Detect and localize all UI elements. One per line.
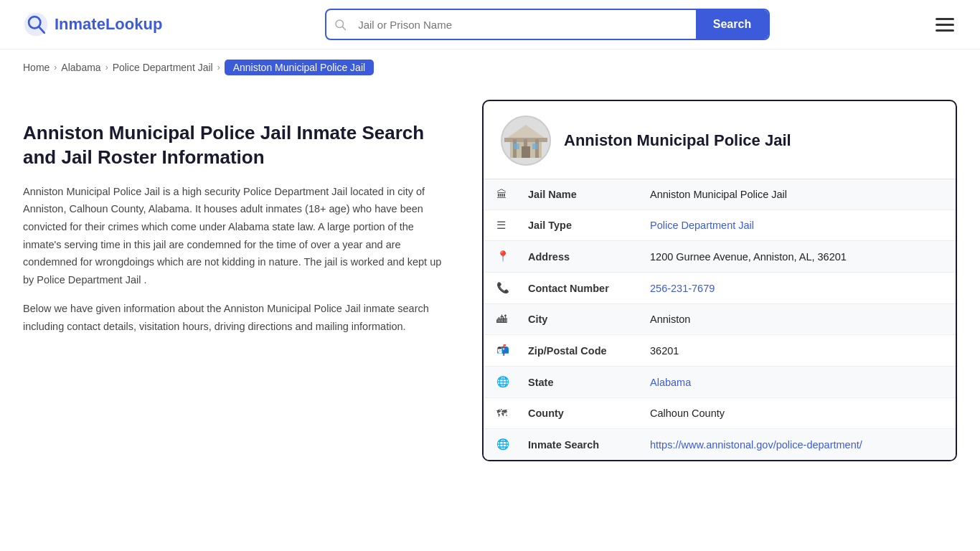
row-value[interactable]: https://www.annistonal.gov/police-depart… (637, 429, 956, 461)
logo-link[interactable]: InmateLookup (23, 11, 162, 37)
description-paragraph-1: Anniston Municipal Police Jail is a high… (23, 183, 453, 289)
search-area: Search (325, 9, 770, 40)
svg-line-4 (343, 27, 346, 29)
row-label: Contact Number (515, 273, 637, 304)
page-title: Anniston Municipal Police Jail Inmate Se… (23, 121, 453, 170)
row-value: 36201 (637, 335, 956, 367)
row-label: Inmate Search (515, 429, 637, 461)
row-value: 1200 Gurnee Avenue, Anniston, AL, 36201 (637, 241, 956, 273)
svg-rect-13 (532, 143, 538, 149)
row-icon: 📬 (484, 335, 515, 367)
svg-rect-12 (514, 143, 519, 149)
row-value: Anniston Municipal Police Jail (637, 179, 956, 210)
row-link[interactable]: Police Department Jail (650, 220, 754, 231)
logo-icon (23, 11, 49, 37)
table-row: 🗺CountyCalhoun County (484, 398, 956, 429)
right-column: Anniston Municipal Police Jail 🏛Jail Nam… (482, 100, 957, 461)
breadcrumb-alabama[interactable]: Alabama (61, 62, 100, 73)
row-link[interactable]: Alabama (650, 377, 691, 388)
search-input[interactable] (354, 11, 696, 38)
search-button[interactable]: Search (696, 10, 768, 39)
row-icon: 🗺 (484, 398, 515, 429)
svg-rect-11 (522, 146, 530, 158)
jail-card-title: Anniston Municipal Police Jail (564, 131, 791, 150)
table-row: ☰Jail TypePolice Department Jail (484, 210, 956, 241)
table-row: 🏛Jail NameAnniston Municipal Police Jail (484, 179, 956, 210)
row-value[interactable]: Police Department Jail (637, 210, 956, 241)
row-value[interactable]: 256-231-7679 (637, 273, 956, 304)
row-icon: 📞 (484, 273, 515, 304)
row-label: City (515, 304, 637, 335)
chevron-icon-1: › (54, 62, 57, 72)
row-icon: 🌐 (484, 367, 515, 398)
main-content: Anniston Municipal Police Jail Inmate Se… (0, 85, 980, 490)
logo-text: InmateLookup (55, 15, 162, 34)
left-column: Anniston Municipal Police Jail Inmate Se… (23, 100, 482, 461)
table-row: 🏙CityAnniston (484, 304, 956, 335)
row-icon: 📍 (484, 241, 515, 273)
row-link[interactable]: https://www.annistonal.gov/police-depart… (650, 439, 862, 451)
jail-building-icon (504, 119, 547, 162)
row-value[interactable]: Alabama (637, 367, 956, 398)
row-value: Calhoun County (637, 398, 956, 429)
row-icon: ☰ (484, 210, 515, 241)
breadcrumb-current: Anniston Municipal Police Jail (225, 60, 374, 75)
row-label: County (515, 398, 637, 429)
table-row: 🌐Inmate Searchhttps://www.annistonal.gov… (484, 429, 956, 461)
row-label: Jail Name (515, 179, 637, 210)
jail-card-header: Anniston Municipal Police Jail (484, 101, 956, 179)
search-wrapper: Search (325, 9, 770, 40)
row-label: State (515, 367, 637, 398)
search-icon (334, 18, 347, 31)
row-label: Zip/Postal Code (515, 335, 637, 367)
breadcrumb-jail-type[interactable]: Police Department Jail (113, 62, 213, 73)
row-icon: 🌐 (484, 429, 515, 461)
jail-card: Anniston Municipal Police Jail 🏛Jail Nam… (482, 100, 957, 461)
breadcrumb-home[interactable]: Home (23, 62, 50, 73)
row-label: Jail Type (515, 210, 637, 241)
svg-marker-10 (507, 125, 545, 138)
menu-button[interactable] (933, 15, 957, 34)
chevron-icon-2: › (105, 62, 108, 72)
site-header: InmateLookup Search (0, 0, 980, 50)
row-link[interactable]: 256-231-7679 (650, 283, 715, 294)
table-row: 📞Contact Number256-231-7679 (484, 273, 956, 304)
table-row: 🌐StateAlabama (484, 367, 956, 398)
row-icon: 🏛 (484, 179, 515, 210)
table-row: 📍Address1200 Gurnee Avenue, Anniston, AL… (484, 241, 956, 273)
chevron-icon-3: › (217, 62, 220, 72)
breadcrumb: Home › Alabama › Police Department Jail … (0, 50, 980, 85)
row-value: Anniston (637, 304, 956, 335)
row-icon: 🏙 (484, 304, 515, 335)
search-icon-wrap (326, 18, 354, 31)
table-row: 📬Zip/Postal Code36201 (484, 335, 956, 367)
jail-info-table: 🏛Jail NameAnniston Municipal Police Jail… (484, 179, 956, 460)
description-paragraph-2: Below we have given information about th… (23, 300, 453, 335)
row-label: Address (515, 241, 637, 273)
jail-avatar (501, 116, 551, 166)
